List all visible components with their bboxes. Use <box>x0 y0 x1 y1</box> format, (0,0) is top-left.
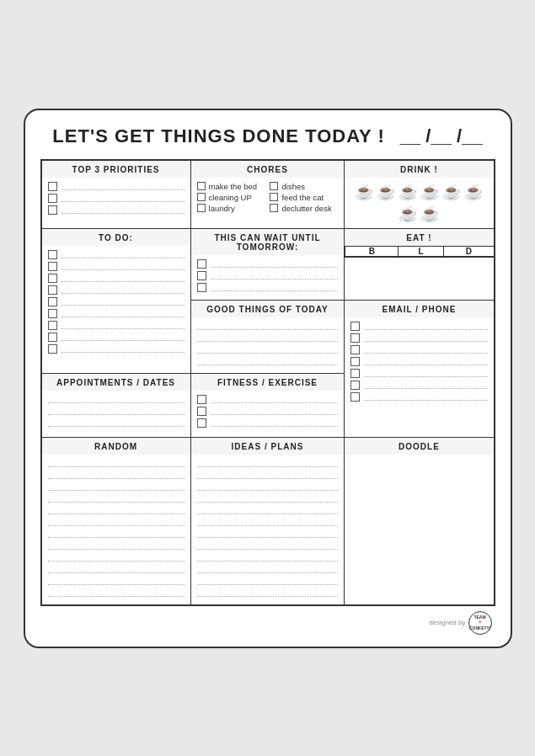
eat-l-body[interactable] <box>399 256 444 257</box>
checkbox-3[interactable] <box>48 205 57 215</box>
todo-5[interactable] <box>48 297 185 306</box>
ideas-l1[interactable] <box>197 459 339 467</box>
email-1[interactable] <box>350 322 487 331</box>
chore-feed-cat[interactable]: feed the cat <box>270 193 338 202</box>
chore-make-bed[interactable]: make the bed <box>197 182 265 191</box>
good-line-1[interactable] <box>197 322 339 330</box>
ideas-l5[interactable] <box>197 506 339 514</box>
email-cb-4[interactable] <box>350 357 360 366</box>
ideas-l8[interactable] <box>197 541 339 550</box>
todo-4[interactable] <box>48 285 185 295</box>
chore-cb-5[interactable] <box>270 193 278 201</box>
email-2[interactable] <box>350 333 487 343</box>
email-cb-2[interactable] <box>350 333 360 343</box>
top3-item-1[interactable] <box>48 182 185 191</box>
ideas-l4[interactable] <box>197 494 339 503</box>
appt-line-2[interactable] <box>48 407 185 415</box>
todo-cb-2[interactable] <box>48 262 57 271</box>
ideas-l10[interactable] <box>197 565 339 573</box>
fitness-3[interactable] <box>197 418 339 428</box>
random-l1[interactable] <box>48 459 185 467</box>
chore-dishes[interactable]: dishes <box>270 182 338 191</box>
email-cb-1[interactable] <box>350 322 360 331</box>
chore-cleaning-up[interactable]: cleaning UP <box>197 193 265 202</box>
chore-cb-4[interactable] <box>270 182 278 190</box>
chore-laundry[interactable]: laundry <box>197 204 265 213</box>
random-l12[interactable] <box>48 588 185 597</box>
todo-cb-4[interactable] <box>48 285 57 295</box>
good-line-3[interactable] <box>197 345 339 354</box>
random-l8[interactable] <box>48 541 185 550</box>
random-l7[interactable] <box>48 530 185 538</box>
ideas-l3[interactable] <box>197 482 339 491</box>
todo-cb-5[interactable] <box>48 297 57 306</box>
email-4[interactable] <box>350 357 487 366</box>
mug-2[interactable]: ☕ <box>377 183 395 201</box>
mug-7[interactable]: ☕ <box>399 205 417 223</box>
random-l10[interactable] <box>48 565 185 573</box>
todo-cb-6[interactable] <box>48 309 57 318</box>
wait-cb-2[interactable] <box>197 271 206 280</box>
chore-cb-3[interactable] <box>197 204 206 212</box>
fitness-2[interactable] <box>197 407 339 416</box>
ideas-l9[interactable] <box>197 553 339 562</box>
doodle-area[interactable] <box>345 455 493 594</box>
eat-b-body[interactable] <box>345 256 399 257</box>
chore-cb-1[interactable] <box>197 182 206 190</box>
email-cb-7[interactable] <box>350 392 360 402</box>
todo-1[interactable] <box>48 250 185 259</box>
fitness-cb-2[interactable] <box>197 407 206 416</box>
ideas-l12[interactable] <box>197 588 339 597</box>
email-7[interactable] <box>350 392 487 402</box>
ideas-l2[interactable] <box>197 471 339 479</box>
todo-cb-8[interactable] <box>48 333 57 342</box>
email-cb-6[interactable] <box>350 381 360 390</box>
date-field[interactable]: __ /__ /__ <box>400 125 483 147</box>
fitness-cb-1[interactable] <box>197 395 206 404</box>
random-l5[interactable] <box>48 506 185 514</box>
email-cb-3[interactable] <box>350 345 360 354</box>
fitness-cb-3[interactable] <box>197 418 206 428</box>
chore-cb-6[interactable] <box>270 204 278 212</box>
todo-cb-9[interactable] <box>48 344 57 354</box>
chore-declutter[interactable]: declutter desk <box>270 204 338 213</box>
chore-cb-2[interactable] <box>197 193 206 201</box>
ideas-l6[interactable] <box>197 518 339 526</box>
wait-1[interactable] <box>197 259 339 269</box>
todo-6[interactable] <box>48 309 185 318</box>
email-6[interactable] <box>350 381 487 390</box>
todo-9[interactable] <box>48 344 185 354</box>
appt-line-1[interactable] <box>48 395 185 403</box>
good-line-2[interactable] <box>197 333 339 342</box>
fitness-1[interactable] <box>197 395 339 404</box>
todo-cb-1[interactable] <box>48 250 57 259</box>
wait-2[interactable] <box>197 271 339 280</box>
good-line-4[interactable] <box>197 357 339 365</box>
random-l9[interactable] <box>48 553 185 562</box>
mug-8[interactable]: ☕ <box>420 205 439 223</box>
email-cb-5[interactable] <box>350 369 360 378</box>
todo-7[interactable] <box>48 321 185 330</box>
todo-3[interactable] <box>48 274 185 283</box>
random-l4[interactable] <box>48 494 185 503</box>
random-l11[interactable] <box>48 577 185 585</box>
top3-item-3[interactable] <box>48 205 185 215</box>
mug-3[interactable]: ☕ <box>399 183 417 201</box>
checkbox-1[interactable] <box>48 182 57 191</box>
eat-d-body[interactable] <box>444 256 494 257</box>
ideas-l11[interactable] <box>197 577 339 585</box>
wait-3[interactable] <box>197 283 339 292</box>
todo-8[interactable] <box>48 333 185 342</box>
appt-line-3[interactable] <box>48 418 185 427</box>
mug-1[interactable]: ☕ <box>355 183 373 201</box>
wait-cb-3[interactable] <box>197 283 206 292</box>
email-3[interactable] <box>350 345 487 354</box>
ideas-l7[interactable] <box>197 530 339 538</box>
mug-5[interactable]: ☕ <box>442 183 461 201</box>
todo-2[interactable] <box>48 262 185 271</box>
wait-cb-1[interactable] <box>197 259 206 269</box>
random-l3[interactable] <box>48 482 185 491</box>
random-l6[interactable] <box>48 518 185 526</box>
todo-cb-7[interactable] <box>48 321 57 330</box>
random-l2[interactable] <box>48 471 185 479</box>
